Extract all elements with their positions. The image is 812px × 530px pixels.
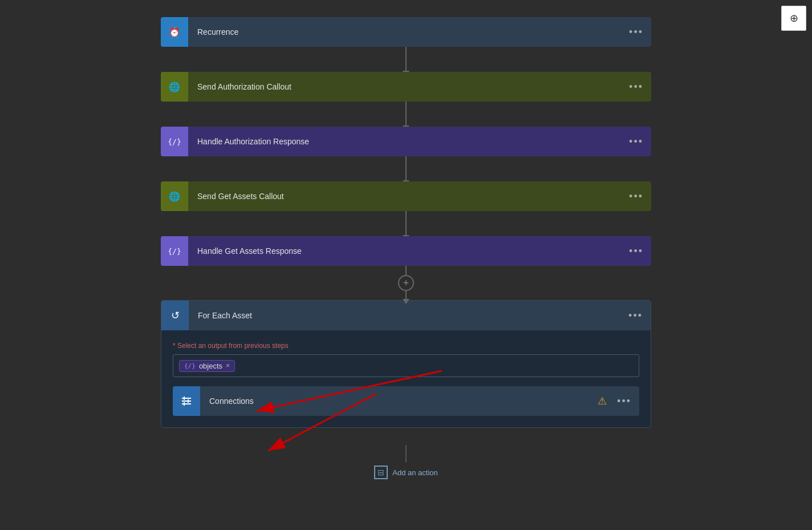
send-assets-callout-label: Send Get Assets Callout xyxy=(188,192,621,201)
handle-assets-response-menu[interactable]: ••• xyxy=(621,245,651,257)
svg-rect-4 xyxy=(188,399,189,403)
recurrence-menu[interactable]: ••• xyxy=(621,26,651,38)
connections-node[interactable]: Connections ⚠ ••• xyxy=(173,386,639,416)
flow-canvas: ⊕ ⏰ Recurrence ••• 🌐 Send Authorization … xyxy=(0,0,812,530)
foreach-select-label: * Select an output from previous steps xyxy=(173,342,639,350)
objects-pill[interactable]: {/} objects × xyxy=(179,360,235,372)
add-step-button[interactable]: + xyxy=(398,275,414,291)
connections-icon xyxy=(173,386,200,416)
add-action-label: Add an action xyxy=(392,468,438,477)
handle-auth-response-label: Handle Authorization Response xyxy=(188,137,621,146)
objects-pill-close[interactable]: × xyxy=(226,362,230,370)
handle-assets-response-icon: {/} xyxy=(161,236,188,266)
flow-container: ⏰ Recurrence ••• 🌐 Send Authorization Ca… xyxy=(0,0,812,483)
connector-4 xyxy=(405,211,407,236)
foreach-header[interactable]: ↺ For Each Asset ••• xyxy=(161,301,651,330)
zoom-in-button[interactable]: ⊕ xyxy=(781,6,806,31)
foreach-input-area[interactable]: {/} objects × xyxy=(173,354,639,377)
objects-pill-label: objects xyxy=(199,362,222,370)
connections-label: Connections xyxy=(200,397,598,406)
svg-rect-0 xyxy=(182,398,191,399)
handle-auth-response-icon: {/} xyxy=(161,127,188,156)
foreach-label: For Each Asset xyxy=(189,311,620,320)
send-auth-callout-label: Send Authorization Callout xyxy=(188,82,621,91)
foreach-icon: ↺ xyxy=(161,301,189,330)
add-action-icon: ⊟ xyxy=(374,466,388,479)
recurrence-icon: ⏰ xyxy=(161,17,188,47)
foreach-body: * Select an output from previous steps {… xyxy=(161,330,651,427)
connector-2 xyxy=(405,102,407,127)
zoom-in-icon: ⊕ xyxy=(790,12,798,25)
send-assets-callout-icon: 🌐 xyxy=(161,181,188,211)
connections-menu[interactable]: ••• xyxy=(617,395,631,407)
add-action-area: ⊟ Add an action xyxy=(367,445,445,483)
svg-rect-2 xyxy=(182,403,191,404)
recurrence-node[interactable]: ⏰ Recurrence ••• xyxy=(161,17,651,47)
svg-rect-5 xyxy=(184,402,185,406)
handle-auth-response-node[interactable]: {/} Handle Authorization Response ••• xyxy=(161,127,651,156)
connector-3 xyxy=(405,156,407,181)
warning-icon: ⚠ xyxy=(598,395,607,407)
objects-pill-icon: {/} xyxy=(184,362,196,370)
plus-connector: + xyxy=(398,266,414,300)
handle-assets-response-label: Handle Get Assets Response xyxy=(188,246,621,256)
send-assets-callout-node[interactable]: 🌐 Send Get Assets Callout ••• xyxy=(161,181,651,211)
foreach-menu[interactable]: ••• xyxy=(620,310,651,322)
handle-auth-response-menu[interactable]: ••• xyxy=(621,136,651,148)
send-auth-callout-menu[interactable]: ••• xyxy=(621,81,651,93)
send-auth-callout-icon: 🌐 xyxy=(161,72,188,102)
add-action-button[interactable]: ⊟ Add an action xyxy=(367,462,445,483)
send-auth-callout-node[interactable]: 🌐 Send Authorization Callout ••• xyxy=(161,72,651,102)
recurrence-label: Recurrence xyxy=(188,27,621,37)
svg-rect-3 xyxy=(184,397,185,400)
foreach-container: ↺ For Each Asset ••• * Select an output … xyxy=(161,300,651,428)
send-assets-callout-menu[interactable]: ••• xyxy=(621,191,651,203)
svg-rect-1 xyxy=(182,400,191,402)
connector-1 xyxy=(405,47,407,72)
handle-assets-response-node[interactable]: {/} Handle Get Assets Response ••• xyxy=(161,236,651,266)
